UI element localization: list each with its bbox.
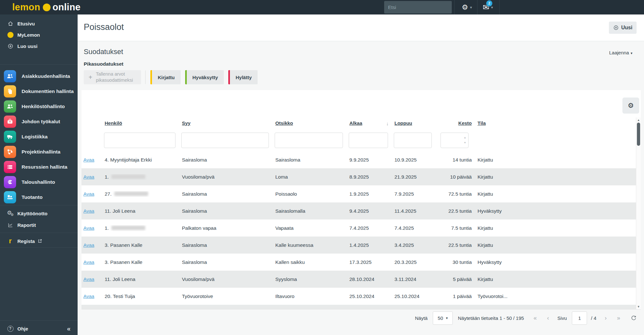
quick-filter-hyvaksytty[interactable]: Hyväksytty [185,70,224,84]
sort-title-link[interactable]: Otsikko [275,120,293,126]
filter-input-duration[interactable] [440,133,469,148]
cell-reason: Sairasloma [181,242,274,248]
sort-end-link[interactable]: Loppuu [394,120,412,126]
cell-start: 8.9.2025 [348,174,393,180]
quick-filter-label: Hyväksytty [193,75,218,80]
table-row: Avaa1.Palkaton vapaaVapaata7.4.20257.4.2… [81,219,636,237]
current-page-input[interactable] [572,312,587,325]
chart-icon [6,222,14,228]
cell-reason: Sairasloma [181,208,274,214]
sidebar-item-regista[interactable]: r Regista [0,235,78,247]
conveyor-icon [4,191,16,203]
scroll-down-icon[interactable]: ▼ [636,305,641,308]
cell-start: 1.4.2025 [348,242,393,248]
sidebar-item-resurssien-hallinta[interactable]: Resurssien hallinta [0,159,78,174]
plus-circle-icon [6,43,14,49]
sidebar-item-raportit[interactable]: Raportit [0,219,78,231]
lemon-dot-icon [6,32,14,38]
chevron-down-icon: ▾ [446,316,448,320]
filter-input-person[interactable] [104,133,175,148]
collapse-sidebar-icon[interactable]: « [67,325,71,332]
cell-start: 9.4.2025 [348,208,393,214]
people-icon [4,100,16,113]
filter-input-end[interactable] [394,133,432,148]
filter-input-reason[interactable] [181,133,269,148]
sidebar-item-etusivu[interactable]: Etusivu [0,18,78,29]
open-row-link[interactable]: Avaa [83,225,94,231]
open-row-link[interactable]: Avaa [83,174,94,180]
logo-text-lemon: lemon [12,2,40,13]
refresh-icon[interactable] [630,315,637,321]
scrollbar-thumb[interactable] [637,123,640,146]
save-quick-filter-button[interactable]: + Tallenna arvot pikasuodattimeksi [84,70,141,84]
cell-end: 3.4.2025 [393,242,437,248]
sidebar-item-johdon-tyokalut[interactable]: Johdon työkalut [0,114,78,129]
column-header-title: Otsikko [274,120,348,126]
sort-person-link[interactable]: Henkilö [105,120,122,126]
stepper-down-icon[interactable]: ▼ [464,142,466,144]
cell-end: 10.9.2025 [393,157,437,163]
cell-reason: Vuosiloma/pvä [181,276,274,282]
page-size-select[interactable]: 50 ▾ [433,312,453,325]
briefcase-icon [4,116,16,128]
sidebar-item-henkilostohallinto[interactable]: Henkilöstöhallinto [0,99,78,114]
bars-icon [4,161,16,173]
open-row-link[interactable]: Avaa [83,293,94,299]
sort-status-link[interactable]: Tila [478,120,486,126]
cell-duration: 22.5 tuntia [437,208,473,214]
sidebar-item-asiakkuudenhallinta[interactable]: Asiakkuudenhallinta [0,69,78,84]
first-page-button[interactable]: « [534,315,537,321]
open-row-link[interactable]: Avaa [83,259,94,265]
table-settings-button[interactable]: ⚙ [622,98,639,114]
gears-icon: ⚙⚙ [6,210,14,217]
cell-end: 25.10.2024 [393,293,437,299]
table-row: Avaa27.SairaslomaPoissaolo1.9.20257.9.20… [81,185,636,202]
messages-menu-button[interactable]: ✉ 2 ▾ [483,0,493,14]
quick-filter-hylatty[interactable]: Hylätty [228,70,258,84]
sidebar-item-tuotanto[interactable]: Tuotanto [0,190,78,205]
table-scrollbar[interactable]: ▲ ▼ [636,117,641,309]
sidebar-item-logistiikka[interactable]: Logistiikka [0,129,78,144]
sidebar-item-luo-uusi[interactable]: Luo uusi [0,41,78,51]
open-row-link[interactable]: Avaa [83,157,94,163]
column-header-duration: Kesto [437,120,473,126]
sidebar-item-ohje[interactable]: ? Ohje « [0,322,78,335]
cell-duration: 72.5 tuntia [437,191,473,197]
search-input[interactable] [384,1,452,14]
stepper-up-icon[interactable]: ▲ [464,136,466,139]
expand-filters-button[interactable]: Laajenna▾ [609,50,632,55]
quick-filter-kirjattu[interactable]: Kirjattu [150,70,181,84]
cell-title: Vapaata [274,225,348,231]
open-row-link[interactable]: Avaa [83,191,94,197]
sidebar-item-mylemon[interactable]: MyLemon [0,30,78,40]
page-size-value: 50 [438,315,443,321]
new-button[interactable]: Uusi [609,22,637,34]
filter-input-start[interactable] [349,133,388,148]
scroll-up-icon[interactable]: ▲ [636,118,641,122]
sidebar-divider [0,233,78,233]
next-page-button[interactable]: › [605,315,607,321]
sidebar-item-projektinhallinta[interactable]: Projektinhallinta [0,144,78,159]
last-page-button[interactable]: » [617,315,620,321]
cell-title: Kallen saikku [274,259,348,265]
table-row: Avaa4. Myyntijohtaja ErkkiSairaslomaSair… [81,151,636,168]
sort-reason-link[interactable]: Syy [182,120,191,126]
sidebar-item-taloushallinto[interactable]: Taloushallinto [0,174,78,190]
cell-end: 20.3.2025 [393,259,437,265]
previous-page-button[interactable]: ‹ [547,315,549,321]
open-row-link[interactable]: Avaa [83,242,94,248]
sort-duration-link[interactable]: Kesto [458,120,472,126]
sort-start-link[interactable]: Alkaa [349,120,362,126]
settings-menu-button[interactable]: ⚙ ▾ [462,0,472,14]
cell-end: 3.11.2024 [393,276,437,282]
main-content: Suodatukset Laajenna▾ Pikasuodatukset + … [78,41,644,335]
cell-person: 11. Joli Leena [103,208,181,214]
filter-input-title[interactable] [275,133,343,148]
sidebar-item-kayttoonotto[interactable]: ⚙⚙ Käyttöönotto [0,208,78,219]
column-header-reason: Syy [181,120,274,126]
open-row-link[interactable]: Avaa [83,276,94,282]
plus-icon: + [89,73,92,81]
cell-duration: 14 tuntia [437,157,473,163]
open-row-link[interactable]: Avaa [83,208,94,214]
sidebar-item-dokumenttien-hallinta[interactable]: Dokumenttien hallinta [0,84,78,99]
